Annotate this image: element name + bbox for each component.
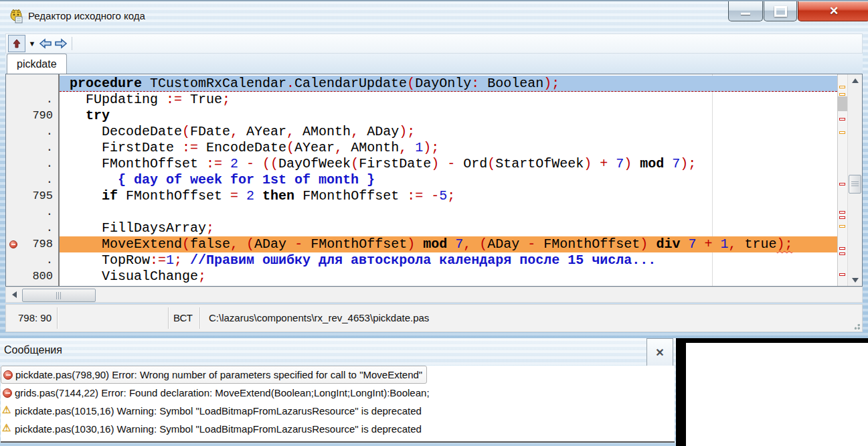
code-line[interactable]: try (60, 108, 837, 124)
status-separator (168, 307, 169, 329)
minimize-icon (741, 13, 750, 15)
gutter-cell[interactable]: . (6, 124, 58, 140)
maximize-button[interactable] (764, 1, 797, 21)
gutter-cell[interactable]: . (6, 172, 58, 188)
arrow-up-icon (852, 78, 859, 83)
code-line[interactable]: VisualChange; (60, 269, 837, 285)
warning-icon (3, 425, 12, 434)
code-area[interactable]: procedure TCustomRxCalendar.CalendarUpda… (60, 74, 837, 286)
background-panel-content (686, 343, 868, 446)
tab-bar: pickdate (5, 54, 863, 74)
gutter-cell[interactable]: . (6, 252, 58, 269)
arrow-down-icon (852, 278, 859, 283)
code-line[interactable]: DecodeDate(FDate, AYear, AMonth, ADay); (60, 124, 837, 140)
editor-horizontal-scrollbar[interactable] (5, 287, 863, 303)
visible-range-indicator (838, 96, 847, 111)
scroll-mark (839, 252, 845, 255)
scroll-mark (839, 131, 845, 134)
gutter-cell[interactable]: 800 (6, 269, 58, 285)
source-editor-window: Редактор исходного кода ✕ ▼ pickdate .79… (0, 1, 868, 338)
scroll-mark-strip (837, 74, 847, 286)
message-row[interactable]: grids.pas(7144,22) Error: Found declarat… (1, 384, 430, 402)
vertical-scrollbar-thumb[interactable] (849, 175, 861, 194)
scroll-up-button[interactable] (848, 74, 862, 86)
message-row[interactable]: pickdate.pas(1030,16) Warning: Symbol "L… (1, 420, 422, 438)
gutter-cell[interactable] (6, 76, 58, 92)
warning-icon (3, 406, 12, 416)
scroll-mark (839, 247, 845, 250)
messages-titlebar[interactable]: Сообщения ✕ (0, 338, 676, 365)
close-icon: ✕ (655, 346, 664, 359)
error-icon (3, 388, 12, 398)
scroll-mark (839, 93, 845, 96)
code-line[interactable]: FMonthOffset := 2 - ((DayOfWeek(FirstDat… (60, 156, 837, 172)
status-separator (199, 307, 200, 329)
code-editor: .790....795..798.800 procedure TCustomRx… (5, 74, 863, 287)
code-line[interactable]: MoveExtend(false, (ADay - FMonthOffset) … (60, 236, 837, 252)
scroll-left-button[interactable] (7, 287, 21, 302)
error-gutter-icon (9, 240, 17, 248)
messages-list[interactable]: pickdate.pas(798,90) Error: Wrong number… (1, 366, 675, 443)
scroll-mark (839, 211, 845, 214)
caret-position: 798: 90 (18, 312, 52, 323)
scroll-mark (839, 118, 845, 121)
gutter-cell[interactable]: . (6, 156, 58, 172)
code-line[interactable]: procedure TCustomRxCalendar.CalendarUpda… (60, 76, 837, 92)
message-row[interactable]: pickdate.pas(1015,16) Warning: Symbol "L… (1, 402, 422, 420)
caption-buttons: ✕ (728, 1, 868, 21)
jump-up-icon[interactable] (8, 35, 25, 52)
messages-close-button[interactable]: ✕ (646, 338, 673, 367)
gutter-cell[interactable]: 795 (6, 188, 58, 204)
code-line[interactable]: FirstDate := EncodeDate(AYear, AMonth, 1… (60, 140, 837, 156)
gutter-cell[interactable]: 790 (6, 108, 58, 124)
gutter-cell[interactable]: . (6, 220, 58, 236)
scroll-mark (839, 86, 845, 88)
editor-vertical-scrollbar[interactable] (847, 74, 862, 286)
jump-back-icon[interactable] (39, 35, 52, 52)
jump-history-dropdown-icon[interactable]: ▼ (27, 35, 37, 52)
lazarus-icon (9, 9, 23, 23)
insert-mode-indicator: ВСТ (173, 312, 193, 323)
code-line[interactable] (60, 204, 837, 220)
gutter-cell[interactable]: . (6, 92, 58, 108)
file-path: C:\lazarus\components\rx_rev_4653\pickda… (209, 312, 429, 323)
minimize-button[interactable] (728, 1, 763, 21)
background-panel (676, 338, 868, 446)
maximize-icon (774, 6, 787, 17)
scroll-mark (839, 225, 845, 228)
code-line[interactable]: FillDaysArray; (60, 220, 837, 236)
messages-title: Сообщения (4, 344, 62, 356)
jump-forward-icon[interactable] (54, 35, 68, 52)
window-title: Редактор исходного кода (28, 10, 145, 21)
status-separator (57, 307, 58, 329)
message-row[interactable]: pickdate.pas(798,90) Error: Wrong number… (1, 366, 427, 384)
status-bar: 798: 90 ВСТ C:\lazarus\components\rx_rev… (5, 304, 863, 332)
error-icon (3, 370, 13, 380)
scroll-down-button[interactable] (848, 274, 862, 286)
close-icon: ✕ (829, 4, 839, 18)
gutter[interactable]: .790....795..798.800 (6, 74, 60, 286)
gutter-cell[interactable]: 798 (6, 236, 58, 252)
horizontal-scrollbar-thumb[interactable] (22, 289, 96, 302)
toolbar-separator (72, 37, 72, 50)
thumb-grip (56, 292, 62, 299)
gutter-cell[interactable]: . (6, 140, 58, 156)
arrow-left-icon (12, 291, 17, 298)
gutter-cell[interactable]: . (6, 204, 58, 220)
scroll-mark (839, 216, 845, 219)
thumb-grip (851, 181, 859, 187)
resize-grip[interactable] (852, 321, 860, 329)
code-line[interactable]: FUpdating := True; (60, 92, 837, 108)
scroll-mark (839, 273, 845, 276)
code-line[interactable]: { day of week for 1st of month } (60, 172, 837, 188)
code-line[interactable]: TopRow:=1; //Правим ошибку для автоскрол… (60, 252, 837, 269)
scroll-mark (839, 183, 845, 185)
code-line[interactable]: if FMonthOffset = 2 then FMonthOffset :=… (60, 188, 837, 204)
tab-pickdate[interactable]: pickdate (7, 54, 67, 74)
messages-window: Сообщения ✕ pickdate.pas(798,90) Error: … (0, 338, 676, 446)
close-button[interactable]: ✕ (798, 1, 868, 21)
screen: Редактор исходного кода ✕ ▼ pickdate .79… (0, 0, 868, 446)
editor-toolbar: ▼ (5, 33, 863, 54)
